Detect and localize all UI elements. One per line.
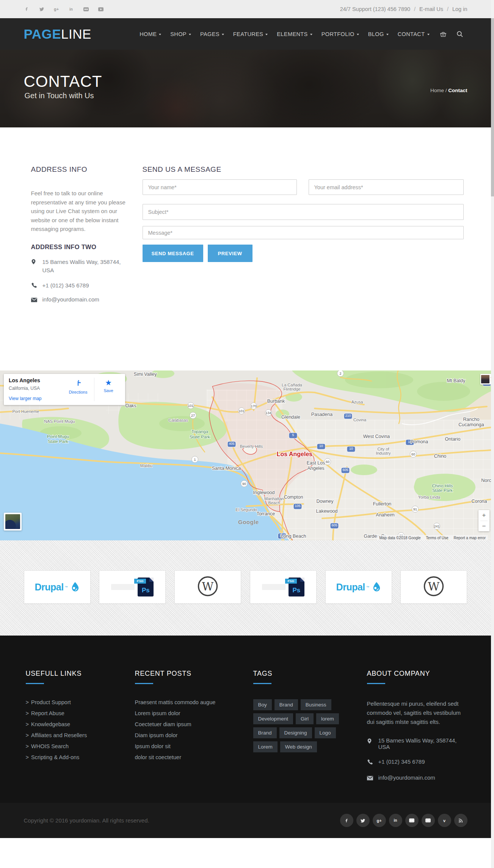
map-label: Malibu xyxy=(140,463,152,468)
rss-icon[interactable] xyxy=(454,814,467,827)
nav-item[interactable]: BLOG xyxy=(364,27,393,41)
recent-post-link[interactable]: Praesent mattis commodo augue xyxy=(135,699,245,705)
twitter-icon[interactable] xyxy=(356,814,370,827)
psd-logo: PSDPs xyxy=(111,578,154,596)
client-logo-wordpress[interactable]: W xyxy=(400,570,467,604)
view-larger-map-link[interactable]: View larger map xyxy=(9,396,41,401)
map-label: Mt Baldy xyxy=(447,378,466,383)
recent-post-link[interactable]: dolor sit coectetuer xyxy=(135,754,245,760)
tag-chip[interactable]: Girl xyxy=(296,713,314,724)
tag-chip[interactable]: Business xyxy=(301,699,331,710)
linkedin-icon[interactable]: in xyxy=(389,814,402,827)
site-logo[interactable]: PAGELINE xyxy=(24,27,91,42)
nav-item[interactable]: SHOP xyxy=(166,27,196,41)
scrollbar-thumb[interactable] xyxy=(491,18,494,196)
send-message-button[interactable]: SEND MESSAGE xyxy=(143,245,203,262)
name-input[interactable] xyxy=(143,179,297,195)
footer-heading: USEFULL LINKS xyxy=(26,670,128,678)
message-textarea[interactable] xyxy=(143,226,464,239)
email-us-link[interactable]: E-mail Us xyxy=(419,6,443,12)
zoom-out-button[interactable]: − xyxy=(478,521,489,532)
recent-post-link[interactable]: Coectetuer diam ipsum xyxy=(135,721,245,727)
client-logo-psd[interactable]: PSDPs xyxy=(99,570,166,604)
recent-post-link[interactable]: Lorem ipsum dolor xyxy=(135,710,245,716)
email-input[interactable] xyxy=(309,179,464,195)
highway-shield: 101 xyxy=(238,408,245,414)
footer-link[interactable]: >Report Abuse xyxy=(26,710,128,716)
footer-link[interactable]: >Product Support xyxy=(26,699,128,705)
nav-item[interactable]: HOME xyxy=(135,27,166,41)
map-account-chip[interactable]: ytSe xyxy=(480,374,491,385)
report-error-link[interactable]: Report a map error xyxy=(454,536,486,540)
flickr-icon[interactable] xyxy=(405,814,419,827)
tag-chip[interactable]: Designing xyxy=(279,727,312,738)
map-label: Norco xyxy=(481,478,491,483)
google-logo[interactable]: Google xyxy=(238,519,259,525)
map-label: Los Angeles xyxy=(277,451,313,457)
login-link[interactable]: Log in xyxy=(452,6,467,12)
client-logo-psd[interactable]: PSDPs xyxy=(250,570,317,604)
address-info-heading: ADDRESS INFO xyxy=(31,165,129,174)
linkedin-icon[interactable]: in xyxy=(68,6,74,12)
tag-chip[interactable]: lorem xyxy=(316,713,339,724)
link-prefix: > xyxy=(26,699,29,705)
recent-post-link[interactable]: Ipsum dolor sit xyxy=(135,743,245,749)
client-logo-wordpress[interactable]: W xyxy=(174,570,241,604)
preview-button[interactable]: PREVIEW xyxy=(208,245,252,262)
subject-input[interactable] xyxy=(143,204,464,220)
footer-social-icons: g+inv xyxy=(340,814,467,827)
footer-link[interactable]: >WHOIS Search xyxy=(26,743,128,749)
nav-item[interactable]: PAGES xyxy=(196,27,229,41)
google-plus-icon[interactable]: g+ xyxy=(373,814,386,827)
map-info-card: Los Angeles California, USA View larger … xyxy=(4,374,125,405)
tag-chip[interactable]: Lorem xyxy=(253,741,278,752)
google-plus-icon[interactable]: g+ xyxy=(53,6,60,12)
tag-chip[interactable]: Brand xyxy=(274,699,298,710)
highway-shield: 105 xyxy=(293,504,302,509)
directions-button[interactable]: Directions xyxy=(66,378,90,394)
svg-text:134: 134 xyxy=(265,411,271,415)
map-label: Ontario xyxy=(445,436,461,442)
footer-link[interactable]: >Scripting & Add-ons xyxy=(26,754,128,760)
highway-shield: 1 xyxy=(192,456,198,463)
nav-item[interactable]: ELEMENTS xyxy=(272,27,317,41)
client-logo-drupal[interactable]: Drupal™ xyxy=(325,570,392,604)
footer-link[interactable]: >Affiliates and Resellers xyxy=(26,732,128,738)
highway-shield: 210 xyxy=(344,413,352,419)
nav-item[interactable]: PORTFOLIO xyxy=(317,27,364,41)
satellite-toggle[interactable] xyxy=(4,513,22,531)
tag-chip[interactable]: Development xyxy=(253,713,293,724)
tag-chip[interactable]: Brand xyxy=(253,727,277,738)
google-map[interactable]: 1011012714059017013452101010210210606060… xyxy=(0,370,491,540)
tag-chip[interactable]: Boy xyxy=(253,699,272,710)
client-logo-drupal[interactable]: Drupal™ xyxy=(24,570,91,604)
address-text: 15 Barnes Wallis Way, 358744, USA xyxy=(42,258,124,275)
breadcrumb-home[interactable]: Home xyxy=(430,88,444,93)
recent-post-link[interactable]: Diam ipsum dolor xyxy=(135,732,245,738)
zoom-in-button[interactable]: + xyxy=(478,510,489,521)
save-label: Save xyxy=(97,388,120,393)
nav-item[interactable]: FEATURES xyxy=(229,27,272,41)
map-label: Azusa xyxy=(351,400,363,404)
breadcrumb-current: Contact xyxy=(448,88,467,93)
footer-useful-links: USEFULL LINKS >Product Support >Report A… xyxy=(26,670,128,765)
phone-text: +1 (012) 345 6789 xyxy=(42,281,89,290)
terms-of-use-link[interactable]: Terms of Use xyxy=(426,536,449,540)
footer-link[interactable]: >Knowledgebase xyxy=(26,721,128,727)
cart-icon[interactable] xyxy=(435,27,452,41)
tag-chip[interactable]: Logo xyxy=(315,727,336,738)
vimeo-icon[interactable]: v xyxy=(438,814,451,827)
svg-text:60: 60 xyxy=(326,460,329,464)
flickr-icon[interactable] xyxy=(83,6,89,12)
nav-item[interactable]: CONTACT xyxy=(393,27,434,41)
envelope-icon xyxy=(367,775,373,782)
facebook-icon[interactable] xyxy=(340,814,353,827)
youtube-icon[interactable] xyxy=(98,6,104,12)
save-button[interactable]: ★ Save xyxy=(97,378,120,393)
youtube-icon[interactable] xyxy=(422,814,435,827)
search-icon[interactable] xyxy=(452,27,467,41)
twitter-icon[interactable] xyxy=(39,6,45,12)
facebook-icon[interactable] xyxy=(24,6,30,12)
svg-text:210: 210 xyxy=(345,414,351,418)
tag-chip[interactable]: Web design xyxy=(280,741,317,752)
